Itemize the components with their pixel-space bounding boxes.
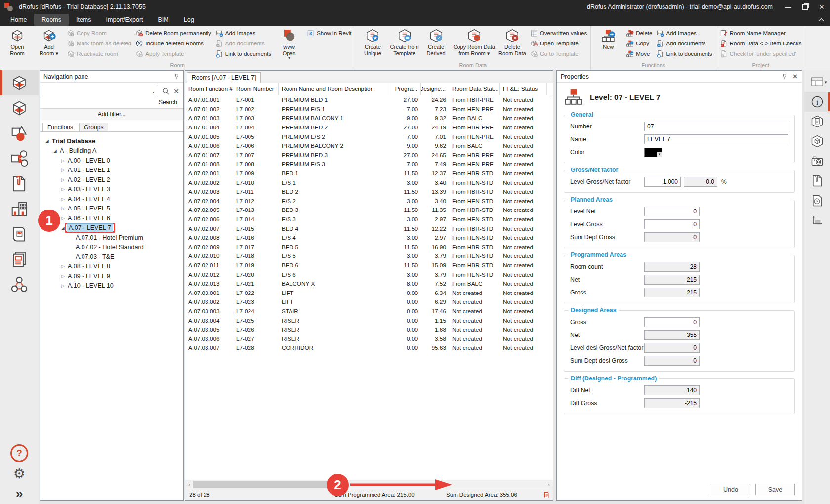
expander-collapsed-icon[interactable]: ▷	[60, 177, 66, 182]
copy-button[interactable]: +Copy	[626, 39, 652, 48]
help-button[interactable]: ?	[0, 445, 39, 462]
menu-tab-bim[interactable]: BIM	[151, 14, 176, 26]
tree-node-a-07-01-hotel-premium[interactable]: A.07.01 - Hotel Premium	[42, 233, 183, 243]
gross-input[interactable]	[644, 288, 700, 297]
expander-collapsed-icon[interactable]: ▷	[60, 187, 66, 192]
scroll-right-icon[interactable]: ›	[545, 482, 553, 488]
tree-node-a-07-03-t-e[interactable]: A.07.03 - T&E	[42, 252, 183, 262]
diff-gross-input[interactable]	[644, 398, 700, 408]
table-row[interactable]: A.07.03.002L7-023LIFT0.006.29Not created…	[185, 297, 553, 307]
panel-layout-selector[interactable]: ▼	[804, 72, 830, 92]
save-button[interactable]: Save	[755, 484, 795, 495]
sidebar-catalog[interactable]	[0, 221, 39, 247]
tree-node-a-08-level-8[interactable]: ▷A.08 - LEVEL 8	[42, 262, 183, 272]
expander-collapsed-icon[interactable]: ▷	[60, 264, 66, 269]
table-row[interactable]: A.07.01.003L7-003PREMIUM BALCONY 19.009.…	[185, 114, 553, 123]
expander-expanded-icon[interactable]: ◢	[44, 139, 50, 143]
menu-tab-import-export[interactable]: Import/Export	[99, 14, 151, 26]
table-row[interactable]: A.07.02.002L7-010E/S 13.003.40From HEN-S…	[185, 178, 553, 187]
tree-node-a-07-level-7[interactable]: ◢A.07 - LEVEL 7	[42, 223, 183, 233]
new-button[interactable]: +New	[592, 27, 624, 50]
panel-info[interactable]: i	[804, 92, 830, 112]
panel-bim[interactable]	[804, 131, 830, 151]
table-row[interactable]: A.07.02.007L7-015BED 411.5012.22From HBR…	[185, 224, 553, 233]
column-header-designe[interactable]: Designe...	[421, 83, 449, 95]
panel-room-data[interactable]	[804, 112, 830, 131]
restore-button[interactable]	[796, 0, 813, 14]
tree-node-trial-database[interactable]: ◢Trial Database	[42, 136, 183, 146]
clear-search-icon[interactable]: ✕	[172, 87, 180, 95]
sidebar-item-groups[interactable]	[0, 146, 39, 171]
menu-tab-home[interactable]: Home	[3, 14, 34, 26]
expand-toolbar-button[interactable]: »	[0, 486, 39, 501]
copy-room-data-from-room-button[interactable]: −Copy Room Data from Room ▾	[452, 27, 497, 56]
show-in-revit-button[interactable]: RShow in Revit	[307, 28, 351, 38]
minimize-button[interactable]: —	[780, 0, 796, 14]
create-unique-button[interactable]: ★Create Unique	[357, 27, 388, 56]
search-box[interactable]: ⌄	[43, 85, 158, 97]
add-images-button[interactable]: +Add Images	[215, 28, 271, 38]
level-desi-gross-net-factor-input[interactable]	[644, 343, 700, 353]
column-header-room-function[interactable]: Room Function #	[185, 83, 233, 95]
nav-tab-groups[interactable]: Groups	[79, 123, 108, 131]
sum-dept-desi-gross-input[interactable]	[644, 356, 700, 366]
column-header-progra[interactable]: Progra...	[391, 83, 421, 95]
column-header-room-number[interactable]: Room Number	[233, 83, 279, 95]
table-row[interactable]: A.07.01.004L7-004PREMIUM BED 227.0024.19…	[185, 123, 553, 132]
table-row[interactable]: A.07.03.003L7-024STAIR0.0017.46Not creat…	[185, 307, 553, 316]
sidebar-reports[interactable]	[0, 247, 39, 272]
table-row[interactable]: A.07.03.005L7-026RISER0.001.68Not create…	[185, 325, 553, 335]
delete-room-permanently-button[interactable]: ✕Delete Room permanently	[135, 28, 211, 38]
level-gross-net-factor-input[interactable]	[644, 177, 681, 187]
level-gross-net-factor-percent-input[interactable]	[684, 177, 717, 187]
tree-node-a-02-level-2[interactable]: ▷A.02 - LEVEL 2	[42, 175, 183, 185]
tree-node-a-00-level-0[interactable]: ▷A.00 - LEVEL 0	[42, 156, 183, 166]
status-doc-icon[interactable]	[543, 491, 550, 498]
tree-node-a-05-level-5[interactable]: ▷A.05 - LEVEL 5	[42, 204, 183, 214]
table-row[interactable]: A.07.01.008L7-008PREMIUM E/S 37.007.49Fr…	[185, 160, 553, 169]
table-row[interactable]: A.07.01.007L7-007PREMIUM BED 327.0024.65…	[185, 151, 553, 160]
color-picker[interactable]: ▼	[644, 148, 662, 157]
close-panel-icon[interactable]: ✕	[792, 73, 798, 80]
room-count-input[interactable]	[644, 262, 700, 272]
expander-collapsed-icon[interactable]: ▷	[60, 206, 66, 211]
table-row[interactable]: A.07.03.007L7-028CORRIDOR0.0095.63Not cr…	[185, 343, 553, 353]
expander-collapsed-icon[interactable]: ▷	[60, 274, 66, 279]
delete-button[interactable]: −Delete	[626, 28, 652, 38]
panel-history[interactable]	[804, 191, 830, 210]
tree-node-a-10-level-10[interactable]: ▷A.10 - LEVEL 10	[42, 281, 183, 291]
table-row[interactable]: A.07.02.012L7-020E/S 63.003.79From HEN-S…	[185, 270, 553, 279]
nav-tab-functions[interactable]: Functions	[42, 123, 78, 131]
search-icon[interactable]	[162, 87, 170, 96]
expander-collapsed-icon[interactable]: ▷	[60, 197, 66, 202]
table-row[interactable]: A.07.02.008L7-016E/S 43.002.97From HEN-S…	[185, 233, 553, 243]
panel-attachments[interactable]	[804, 171, 830, 191]
sidebar-documents[interactable]	[0, 171, 39, 196]
tree-node-a-09-level-9[interactable]: ▷A.09 - LEVEL 9	[42, 271, 183, 281]
sum-dept-gross-input[interactable]	[644, 232, 700, 242]
search-input[interactable]	[43, 86, 149, 96]
table-row[interactable]: A.07.02.005L7-013BED 311.5011.35From HBR…	[185, 206, 553, 215]
www-open-button[interactable]: www Open▾	[273, 27, 305, 60]
column-header-room-name-and-room-description[interactable]: Room Name and Room Description	[279, 83, 391, 95]
tree-node-a-07-02-hotel-standard[interactable]: A.07.02 - Hotel Standard	[42, 243, 183, 252]
move-button[interactable]: →Move	[626, 49, 652, 58]
tree-node-a-04-level-4[interactable]: ▷A.04 - LEVEL 4	[42, 194, 183, 204]
tree-node-a-building-a[interactable]: ◢A - Building A	[42, 146, 183, 156]
pin-icon[interactable]	[173, 73, 180, 80]
add-room-button[interactable]: +Add Room ▾	[33, 27, 65, 56]
sidebar-systems[interactable]	[0, 272, 39, 297]
diff-net-input[interactable]	[644, 385, 700, 395]
search-dropdown-caret-icon[interactable]: ⌄	[149, 89, 158, 94]
close-button[interactable]: ✕	[813, 0, 830, 14]
table-row[interactable]: A.07.01.001L7-001PREMIUM BED 127.0024.26…	[185, 95, 553, 105]
create-from-template-button[interactable]: =Create from Template	[388, 27, 420, 56]
number-input[interactable]	[644, 122, 788, 131]
create-derived-button[interactable]: ✓Create Derived	[420, 27, 452, 56]
menu-tab-log[interactable]: Log	[176, 14, 202, 26]
add-documents-button[interactable]: +Add documents	[656, 39, 712, 48]
table-row[interactable]: A.07.03.004L7-025RISER0.001.15Not create…	[185, 316, 553, 325]
table-row[interactable]: A.07.03.001L7-022LIFT0.006.34Not created…	[185, 288, 553, 297]
sidebar-buildings[interactable]	[0, 196, 39, 221]
rooms-document-tab[interactable]: Rooms [A.07 - LEVEL 7]	[187, 72, 261, 83]
